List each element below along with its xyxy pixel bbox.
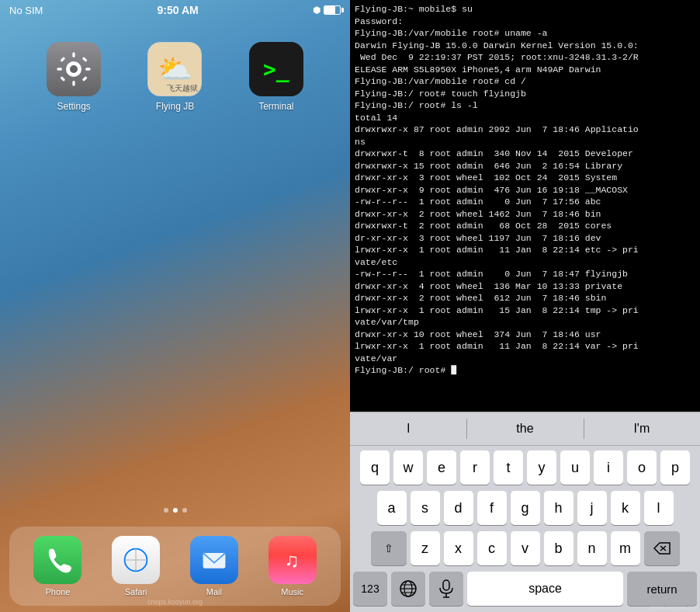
space-key[interactable]: space xyxy=(467,572,623,606)
page-dot xyxy=(182,508,187,513)
carrier-label: No SIM xyxy=(9,5,43,16)
terminal-line: Password: xyxy=(355,16,695,28)
svg-text:♫: ♫ xyxy=(284,549,299,571)
key-w[interactable]: w xyxy=(393,450,423,485)
keyboard-row-1: qwertyuiop xyxy=(353,450,697,485)
terminal-line: Flying-JB:/ root# touch flyingjb xyxy=(355,88,695,100)
phone-dock-app[interactable]: Phone xyxy=(22,536,94,596)
numbers-key[interactable]: 123 xyxy=(353,572,387,606)
svg-rect-6 xyxy=(82,57,88,62)
autocorrect-im[interactable]: I'm xyxy=(584,412,700,445)
music-dock-label: Music xyxy=(281,587,303,596)
terminal-line: drwxr-xr-x 2 root wheel 1462 Jun 7 18:46… xyxy=(355,208,695,221)
shift-key[interactable]: ⇧ xyxy=(371,531,407,565)
key-z[interactable]: z xyxy=(411,531,440,565)
keyboard-row-2: asdfghjkl xyxy=(353,491,697,525)
settings-label: Settings xyxy=(57,101,90,112)
terminal-line: total 14 xyxy=(355,112,695,124)
terminal-line: vate/var/tmp xyxy=(355,316,695,329)
terminal-line: Flying-JB:/var/mobile root# cd / xyxy=(355,75,695,88)
key-o[interactable]: o xyxy=(627,450,657,485)
mic-key[interactable] xyxy=(429,572,463,606)
key-u[interactable]: u xyxy=(560,450,590,485)
flyingjb-app[interactable]: ⛅ 飞天越狱 Flying JB xyxy=(132,42,217,485)
globe-key[interactable] xyxy=(391,572,425,606)
terminal-output[interactable]: Flying-JB:~ mobile$ suPassword:Flying-JB… xyxy=(350,0,700,412)
key-q[interactable]: q xyxy=(360,450,390,485)
terminal-line: drwxr-xr-x 2 root wheel 612 Jun 7 18:46 … xyxy=(355,292,695,304)
status-bar: No SIM 9:50 AM ⬢ xyxy=(0,0,350,19)
key-m[interactable]: m xyxy=(611,531,640,565)
app-grid: Settings ⛅ 飞天越狱 Flying JB >_ Terminal xyxy=(0,19,350,500)
terminal-line: Flying-JB:/var/mobile root# uname -a xyxy=(355,27,695,40)
terminal-line: drwxrwxr-t 2 root admin 68 Oct 28 2015 c… xyxy=(355,220,695,232)
bluetooth-icon: ⬢ xyxy=(313,5,321,16)
terminal-line: drwxrwxr-x 15 root admin 646 Jun 2 16:54… xyxy=(355,160,695,172)
key-y[interactable]: y xyxy=(527,450,556,485)
terminal-line: drwxrwxr-t 8 root admin 340 Nov 14 2015 … xyxy=(355,148,695,160)
key-b[interactable]: b xyxy=(544,531,574,565)
key-r[interactable]: r xyxy=(460,450,490,485)
terminal-line: drwxr-xr-x 10 root wheel 374 Jun 7 18:46… xyxy=(355,329,695,341)
key-j[interactable]: j xyxy=(577,491,607,525)
terminal-icon: >_ xyxy=(249,42,303,96)
mail-dock-app[interactable]: Mail xyxy=(178,536,251,596)
status-icons: ⬢ xyxy=(313,5,341,16)
key-f[interactable]: f xyxy=(477,491,507,525)
key-h[interactable]: h xyxy=(544,491,574,525)
svg-rect-7 xyxy=(60,76,65,82)
key-x[interactable]: x xyxy=(444,531,473,565)
key-n[interactable]: n xyxy=(577,531,607,565)
svg-point-10 xyxy=(70,65,78,73)
keyboard-row-4: 123spacereturn xyxy=(353,572,697,606)
terminal-line: -rw-r--r-- 1 root admin 0 Jun 7 18:47 fl… xyxy=(355,268,695,280)
terminal-line: drwxr-xr-x 3 root wheel 102 Oct 24 2015 … xyxy=(355,172,695,184)
autocorrect-bar: l the I'm xyxy=(350,412,700,446)
terminal-line: Darwin Flying-JB 15.0.0 Darwin Kernel Ve… xyxy=(355,40,695,52)
autocorrect-l[interactable]: l xyxy=(350,412,466,445)
key-l[interactable]: l xyxy=(644,491,674,525)
key-k[interactable]: k xyxy=(611,491,640,525)
delete-key[interactable] xyxy=(644,531,680,565)
dock: Phone Safari Mail xyxy=(9,527,341,606)
key-p[interactable]: p xyxy=(660,450,690,485)
terminal-line: vate/var xyxy=(355,353,695,365)
battery-icon xyxy=(324,5,341,15)
right-panel: Flying-JB:~ mobile$ suPassword:Flying-JB… xyxy=(350,0,700,612)
key-c[interactable]: c xyxy=(477,531,507,565)
terminal-line: Flying-JB:/ root# ls -l xyxy=(355,99,695,112)
safari-dock-label: Safari xyxy=(125,587,147,596)
key-d[interactable]: d xyxy=(444,491,473,525)
key-g[interactable]: g xyxy=(511,491,540,525)
key-s[interactable]: s xyxy=(411,491,440,525)
terminal-line: drwxr-xr-x 9 root admin 476 Jun 16 19:18… xyxy=(355,184,695,196)
safari-icon xyxy=(112,536,160,584)
key-a[interactable]: a xyxy=(377,491,407,525)
svg-rect-8 xyxy=(82,76,88,82)
terminal-line: -rw-r--r-- 1 root admin 0 Jun 7 17:56 ab… xyxy=(355,196,695,208)
terminal-line: lrwxr-xr-x 1 root admin 15 Jan 8 22:14 t… xyxy=(355,304,695,317)
time-label: 9:50 AM xyxy=(158,4,199,16)
key-i[interactable]: i xyxy=(594,450,623,485)
terminal-label: Terminal xyxy=(258,101,293,112)
terminal-line: Flying-JB:~ mobile$ su xyxy=(355,3,695,16)
music-dock-app[interactable]: ♫ Music xyxy=(256,536,328,596)
key-e[interactable]: e xyxy=(427,450,456,485)
safari-dock-app[interactable]: Safari xyxy=(100,536,172,596)
terminal-line: ELEASE ARM S5L8950X iPhone5,4 arm N49AP … xyxy=(355,64,695,76)
terminal-app[interactable]: >_ Terminal xyxy=(234,42,319,485)
settings-app[interactable]: Settings xyxy=(31,42,116,485)
terminal-line: ns xyxy=(355,136,695,148)
key-v[interactable]: v xyxy=(511,531,540,565)
svg-rect-25 xyxy=(443,580,449,590)
key-t[interactable]: t xyxy=(494,450,523,485)
autocorrect-the[interactable]: the xyxy=(466,412,583,445)
terminal-line: drwxr-xr-x 4 root wheel 136 Mar 10 13:33… xyxy=(355,280,695,293)
flyingjb-label: Flying JB xyxy=(156,101,194,112)
flyingjb-icon: ⛅ 飞天越狱 xyxy=(147,42,202,96)
svg-rect-5 xyxy=(60,57,65,62)
return-key[interactable]: return xyxy=(627,572,697,606)
keyboard: qwertyuiopasdfghjkl⇧zxcvbnm123spaceretur… xyxy=(350,446,700,612)
terminal-line: dr-xr-xr-x 3 root wheel 1197 Jun 7 18:16… xyxy=(355,232,695,245)
svg-rect-2 xyxy=(72,81,75,86)
